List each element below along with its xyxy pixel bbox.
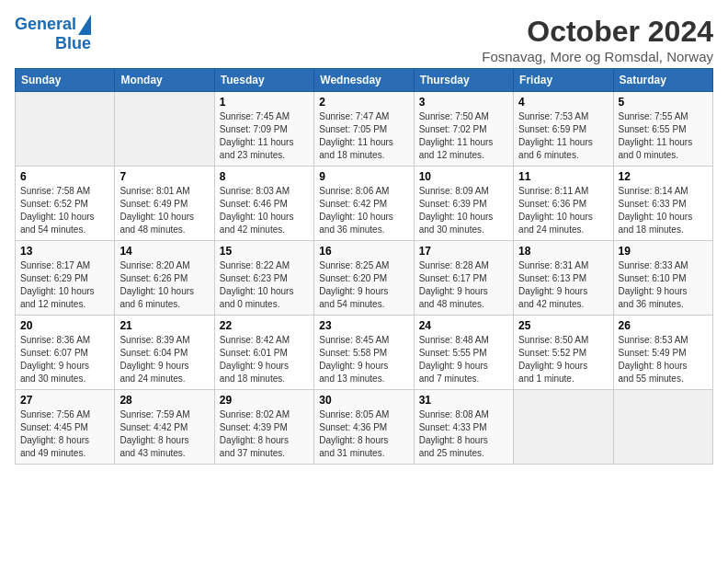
day-info: Sunrise: 8:42 AM Sunset: 6:01 PM Dayligh… [220, 334, 309, 385]
day-number: 13 [20, 245, 109, 258]
day-number: 6 [20, 170, 109, 183]
day-info: Sunrise: 8:31 AM Sunset: 6:13 PM Dayligh… [518, 259, 608, 311]
day-info: Sunrise: 7:56 AM Sunset: 4:45 PM Dayligh… [20, 408, 109, 460]
calendar-cell: 28Sunrise: 7:59 AM Sunset: 4:42 PM Dayli… [115, 390, 214, 465]
calendar-cell [514, 390, 613, 465]
day-info: Sunrise: 8:22 AM Sunset: 6:23 PM Dayligh… [220, 259, 309, 311]
calendar-week-row: 13Sunrise: 8:17 AM Sunset: 6:29 PM Dayli… [16, 241, 713, 316]
calendar-header-row: SundayMondayTuesdayWednesdayThursdayFrid… [16, 69, 713, 92]
calendar-cell: 17Sunrise: 8:28 AM Sunset: 6:17 PM Dayli… [414, 241, 513, 316]
calendar-cell: 23Sunrise: 8:45 AM Sunset: 5:58 PM Dayli… [314, 316, 414, 390]
calendar-cell: 30Sunrise: 8:05 AM Sunset: 4:36 PM Dayli… [314, 390, 414, 465]
calendar-cell: 29Sunrise: 8:02 AM Sunset: 4:39 PM Dayli… [214, 390, 313, 465]
day-number: 14 [119, 245, 209, 258]
day-info: Sunrise: 8:53 AM Sunset: 5:49 PM Dayligh… [619, 334, 708, 385]
calendar-cell: 11Sunrise: 8:11 AM Sunset: 6:36 PM Dayli… [514, 167, 613, 241]
calendar-cell: 20Sunrise: 8:36 AM Sunset: 6:07 PM Dayli… [16, 316, 115, 390]
calendar-cell: 5Sunrise: 7:55 AM Sunset: 6:55 PM Daylig… [613, 92, 712, 167]
day-info: Sunrise: 7:58 AM Sunset: 6:52 PM Dayligh… [20, 185, 109, 236]
day-info: Sunrise: 8:48 AM Sunset: 5:55 PM Dayligh… [419, 334, 508, 385]
title-block: October 2024 Fosnavag, More og Romsdal, … [482, 15, 713, 64]
day-number: 19 [619, 245, 708, 258]
calendar-cell: 14Sunrise: 8:20 AM Sunset: 6:26 PM Dayli… [115, 241, 214, 316]
logo-triangle-icon [78, 15, 91, 35]
day-info: Sunrise: 7:45 AM Sunset: 7:09 PM Dayligh… [220, 110, 309, 162]
calendar-cell [115, 92, 214, 167]
day-info: Sunrise: 8:25 AM Sunset: 6:20 PM Dayligh… [319, 259, 408, 311]
calendar-cell: 12Sunrise: 8:14 AM Sunset: 6:33 PM Dayli… [613, 167, 712, 241]
calendar-cell: 21Sunrise: 8:39 AM Sunset: 6:04 PM Dayli… [115, 316, 214, 390]
calendar-cell: 26Sunrise: 8:53 AM Sunset: 5:49 PM Dayli… [613, 316, 712, 390]
day-info: Sunrise: 8:39 AM Sunset: 6:04 PM Dayligh… [119, 334, 209, 385]
calendar-cell: 4Sunrise: 7:53 AM Sunset: 6:59 PM Daylig… [514, 92, 613, 167]
calendar-table: SundayMondayTuesdayWednesdayThursdayFrid… [15, 68, 713, 465]
calendar-cell: 27Sunrise: 7:56 AM Sunset: 4:45 PM Dayli… [16, 390, 115, 465]
day-number: 2 [319, 96, 408, 109]
day-info: Sunrise: 7:55 AM Sunset: 6:55 PM Dayligh… [619, 110, 708, 162]
day-info: Sunrise: 8:14 AM Sunset: 6:33 PM Dayligh… [619, 185, 708, 236]
day-number: 29 [220, 394, 309, 407]
day-number: 10 [419, 170, 508, 183]
weekday-header: Friday [514, 69, 613, 92]
calendar-cell: 25Sunrise: 8:50 AM Sunset: 5:52 PM Dayli… [514, 316, 613, 390]
day-info: Sunrise: 8:08 AM Sunset: 4:33 PM Dayligh… [419, 408, 508, 460]
calendar-title: October 2024 [482, 15, 713, 49]
calendar-cell: 24Sunrise: 8:48 AM Sunset: 5:55 PM Dayli… [414, 316, 513, 390]
day-info: Sunrise: 7:53 AM Sunset: 6:59 PM Dayligh… [518, 110, 608, 162]
day-number: 7 [119, 170, 209, 183]
day-number: 21 [119, 319, 209, 332]
calendar-cell: 10Sunrise: 8:09 AM Sunset: 6:39 PM Dayli… [414, 167, 513, 241]
logo-text2: Blue [55, 35, 91, 53]
calendar-cell: 1Sunrise: 7:45 AM Sunset: 7:09 PM Daylig… [214, 92, 313, 167]
day-info: Sunrise: 8:20 AM Sunset: 6:26 PM Dayligh… [119, 259, 209, 311]
day-number: 3 [419, 96, 508, 109]
day-number: 31 [419, 394, 508, 407]
day-info: Sunrise: 8:01 AM Sunset: 6:49 PM Dayligh… [119, 185, 209, 236]
page-header: General Blue October 2024 Fosnavag, More… [15, 15, 713, 64]
day-info: Sunrise: 7:50 AM Sunset: 7:02 PM Dayligh… [419, 110, 508, 162]
day-info: Sunrise: 8:17 AM Sunset: 6:29 PM Dayligh… [20, 259, 109, 311]
day-info: Sunrise: 8:28 AM Sunset: 6:17 PM Dayligh… [419, 259, 508, 311]
day-info: Sunrise: 8:06 AM Sunset: 6:42 PM Dayligh… [319, 185, 408, 236]
calendar-week-row: 20Sunrise: 8:36 AM Sunset: 6:07 PM Dayli… [16, 316, 713, 390]
calendar-cell: 19Sunrise: 8:33 AM Sunset: 6:10 PM Dayli… [613, 241, 712, 316]
day-number: 22 [220, 319, 309, 332]
day-number: 5 [619, 96, 708, 109]
day-number: 20 [20, 319, 109, 332]
weekday-header: Sunday [16, 69, 115, 92]
day-info: Sunrise: 8:11 AM Sunset: 6:36 PM Dayligh… [518, 185, 608, 236]
day-number: 26 [619, 319, 708, 332]
day-number: 12 [619, 170, 708, 183]
day-info: Sunrise: 8:03 AM Sunset: 6:46 PM Dayligh… [220, 185, 309, 236]
day-number: 1 [220, 96, 309, 109]
day-number: 11 [518, 170, 608, 183]
weekday-header: Saturday [613, 69, 712, 92]
weekday-header: Tuesday [214, 69, 313, 92]
day-info: Sunrise: 7:59 AM Sunset: 4:42 PM Dayligh… [119, 408, 209, 460]
calendar-cell: 22Sunrise: 8:42 AM Sunset: 6:01 PM Dayli… [214, 316, 313, 390]
calendar-week-row: 27Sunrise: 7:56 AM Sunset: 4:45 PM Dayli… [16, 390, 713, 465]
day-info: Sunrise: 8:09 AM Sunset: 6:39 PM Dayligh… [419, 185, 508, 236]
calendar-cell: 2Sunrise: 7:47 AM Sunset: 7:05 PM Daylig… [314, 92, 414, 167]
logo-text: General [15, 16, 76, 34]
calendar-cell: 8Sunrise: 8:03 AM Sunset: 6:46 PM Daylig… [214, 167, 313, 241]
calendar-cell: 9Sunrise: 8:06 AM Sunset: 6:42 PM Daylig… [314, 167, 414, 241]
weekday-header: Thursday [414, 69, 513, 92]
day-info: Sunrise: 8:50 AM Sunset: 5:52 PM Dayligh… [518, 334, 608, 385]
day-info: Sunrise: 8:33 AM Sunset: 6:10 PM Dayligh… [619, 259, 708, 311]
calendar-week-row: 1Sunrise: 7:45 AM Sunset: 7:09 PM Daylig… [16, 92, 713, 167]
calendar-cell: 6Sunrise: 7:58 AM Sunset: 6:52 PM Daylig… [16, 167, 115, 241]
day-info: Sunrise: 8:45 AM Sunset: 5:58 PM Dayligh… [319, 334, 408, 385]
calendar-cell: 3Sunrise: 7:50 AM Sunset: 7:02 PM Daylig… [414, 92, 513, 167]
day-number: 18 [518, 245, 608, 258]
day-number: 9 [319, 170, 408, 183]
weekday-header: Wednesday [314, 69, 414, 92]
calendar-cell: 7Sunrise: 8:01 AM Sunset: 6:49 PM Daylig… [115, 167, 214, 241]
calendar-week-row: 6Sunrise: 7:58 AM Sunset: 6:52 PM Daylig… [16, 167, 713, 241]
day-info: Sunrise: 7:47 AM Sunset: 7:05 PM Dayligh… [319, 110, 408, 162]
day-number: 4 [518, 96, 608, 109]
logo: General Blue [15, 15, 91, 53]
day-info: Sunrise: 8:02 AM Sunset: 4:39 PM Dayligh… [220, 408, 309, 460]
day-number: 15 [220, 245, 309, 258]
day-number: 25 [518, 319, 608, 332]
